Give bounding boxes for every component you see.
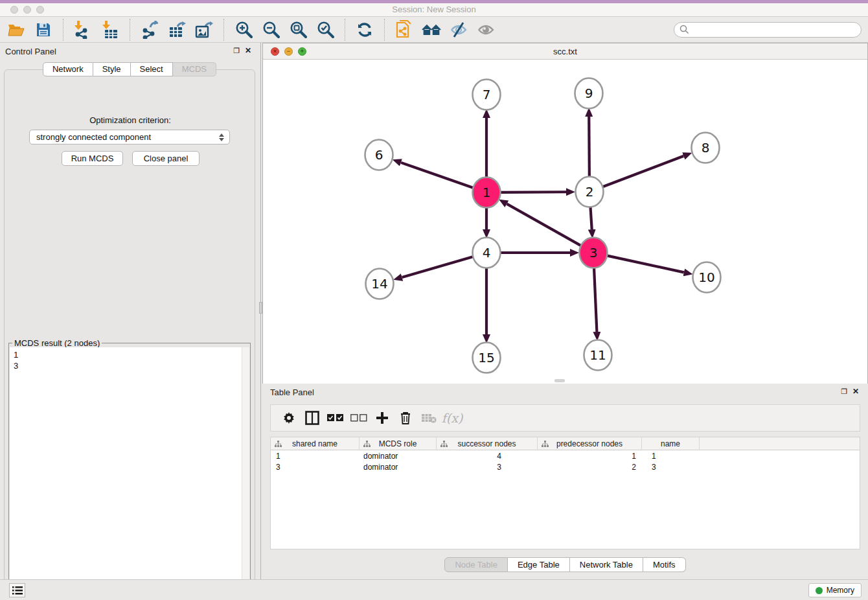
- export-table-icon[interactable]: [167, 20, 187, 40]
- close-panel-icon[interactable]: ✕: [852, 387, 859, 396]
- mcds-result-textarea[interactable]: 1 3: [10, 347, 249, 593]
- column-label: predecessor nodes: [556, 439, 622, 448]
- import-table-icon[interactable]: [100, 20, 120, 40]
- graph-node-10[interactable]: 10: [693, 262, 721, 293]
- tab-network[interactable]: Network: [43, 62, 93, 76]
- zoom-out-icon[interactable]: [261, 20, 280, 40]
- tab-style[interactable]: Style: [93, 62, 131, 76]
- cell-mcds-role[interactable]: dominator: [360, 461, 437, 472]
- zoom-fit-icon[interactable]: [288, 20, 308, 40]
- show-hidden-icon[interactable]: [476, 20, 496, 40]
- network-scrollbar-handle[interactable]: [554, 379, 565, 382]
- graph-node-2[interactable]: 2: [576, 177, 604, 207]
- export-network-icon[interactable]: [140, 20, 159, 40]
- column-header-shared-name[interactable]: shared name: [271, 437, 360, 450]
- toolbar-separator: [384, 19, 385, 41]
- graph-node-6[interactable]: 6: [365, 140, 393, 170]
- float-panel-icon[interactable]: ❐: [841, 387, 847, 396]
- search-input[interactable]: [689, 23, 861, 36]
- task-history-button[interactable]: [9, 583, 25, 597]
- graph-edge-2-8[interactable]: [603, 156, 684, 187]
- cell-mcds-role[interactable]: dominator: [360, 450, 437, 461]
- network-canvas[interactable]: 1234678910111415: [263, 60, 867, 384]
- delete-column-icon[interactable]: [396, 408, 415, 428]
- table-panel-title: Table Panel: [270, 387, 314, 397]
- graph-node-11[interactable]: 11: [584, 340, 612, 371]
- first-neighbors-icon[interactable]: [422, 20, 441, 40]
- tab-motifs[interactable]: Motifs: [643, 557, 686, 572]
- zoom-selected-icon[interactable]: [315, 20, 335, 40]
- open-session-icon[interactable]: [6, 20, 26, 40]
- cell-shared-name[interactable]: 3: [271, 461, 360, 472]
- graph-edge-3-11[interactable]: [594, 267, 597, 332]
- hide-selected-icon[interactable]: [449, 20, 468, 40]
- table-toolbar: f(x): [270, 404, 860, 432]
- svg-text:9: 9: [585, 86, 593, 101]
- apply-layout-icon[interactable]: [355, 20, 374, 40]
- dropdown-value: strongly connected component: [36, 132, 219, 142]
- graph-edge-2-3[interactable]: [590, 206, 591, 229]
- cell-shared-name[interactable]: 1: [271, 450, 360, 461]
- graph-node-4[interactable]: 4: [473, 238, 501, 268]
- cell-successor-nodes[interactable]: 3: [437, 461, 538, 472]
- titlebar: Session: New Session: [0, 0, 868, 17]
- unselect-all-columns-icon[interactable]: [349, 408, 369, 428]
- memory-button[interactable]: Memory: [808, 583, 862, 597]
- add-column-icon[interactable]: [372, 408, 392, 428]
- graph-node-14[interactable]: 14: [366, 269, 394, 299]
- tab-select[interactable]: Select: [131, 62, 173, 76]
- column-header-predecessor-nodes[interactable]: predecessor nodes: [538, 437, 642, 450]
- node-table[interactable]: shared name MCDS role successor nodes pr…: [270, 437, 860, 549]
- tab-network-table[interactable]: Network Table: [570, 557, 643, 572]
- table-row[interactable]: 3 dominator 3 2 3: [271, 461, 860, 472]
- graph-node-8[interactable]: 8: [692, 133, 720, 163]
- graph-node-1[interactable]: 1: [473, 178, 501, 208]
- toolbar-separator: [345, 19, 345, 41]
- close-panel-icon[interactable]: ✕: [245, 46, 251, 55]
- save-session-icon[interactable]: [34, 20, 53, 40]
- graph-node-7[interactable]: 7: [473, 80, 501, 110]
- tab-edge-table[interactable]: Edge Table: [508, 557, 570, 572]
- mcds-result-scrollbar[interactable]: [242, 347, 249, 593]
- status-bar: Memory: [0, 579, 868, 600]
- svg-text:11: 11: [589, 347, 606, 363]
- graph-edge-3-1[interactable]: [507, 204, 580, 246]
- close-panel-button[interactable]: Close panel: [132, 151, 200, 166]
- table-row[interactable]: 1 dominator 4 1 1: [271, 450, 860, 461]
- column-header-successor-nodes[interactable]: successor nodes: [437, 437, 538, 450]
- zoom-in-icon[interactable]: [234, 20, 253, 40]
- column-header-filler: [700, 437, 860, 450]
- graph-node-15[interactable]: 15: [473, 343, 501, 373]
- tab-node-table[interactable]: Node Table: [444, 557, 508, 572]
- mcds-result-title: MCDS result (2 nodes): [12, 338, 102, 348]
- cell-successor-nodes[interactable]: 4: [437, 450, 538, 461]
- export-image-icon[interactable]: [194, 20, 214, 40]
- table-options-icon[interactable]: [279, 408, 299, 428]
- select-all-columns-icon[interactable]: [326, 408, 345, 428]
- graph-edge-3-10[interactable]: [607, 256, 683, 273]
- column-header-mcds-role[interactable]: MCDS role: [360, 437, 437, 450]
- optimization-criterion-dropdown[interactable]: strongly connected component: [29, 130, 230, 144]
- network-window-titlebar[interactable]: × − + scc.txt: [263, 43, 867, 60]
- graph-edge-1-2[interactable]: [501, 192, 566, 192]
- float-panel-icon[interactable]: ❐: [233, 47, 240, 55]
- cell-name[interactable]: 3: [642, 461, 700, 472]
- graph-edge-4-14[interactable]: [402, 257, 473, 277]
- graph-node-3[interactable]: 3: [580, 238, 608, 268]
- tab-mcds[interactable]: MCDS: [173, 62, 216, 76]
- list-icon: [12, 586, 23, 595]
- delete-table-icon: [419, 408, 439, 428]
- new-network-from-file-icon[interactable]: [394, 20, 414, 40]
- import-network-icon[interactable]: [73, 20, 93, 40]
- search-box[interactable]: [674, 22, 862, 38]
- cell-name[interactable]: 1: [642, 450, 700, 461]
- graph-edge-1-6[interactable]: [401, 163, 473, 188]
- column-header-name[interactable]: name: [642, 437, 700, 450]
- show-column-icon[interactable]: [303, 408, 322, 428]
- cell-predecessor-nodes[interactable]: 2: [538, 461, 642, 472]
- graph-node-9[interactable]: 9: [575, 78, 603, 109]
- network-window-title: scc.txt: [263, 47, 867, 56]
- cell-predecessor-nodes[interactable]: 1: [538, 450, 642, 461]
- graph-edge-2-9[interactable]: [589, 117, 589, 178]
- run-mcds-button[interactable]: Run MCDS: [62, 151, 123, 166]
